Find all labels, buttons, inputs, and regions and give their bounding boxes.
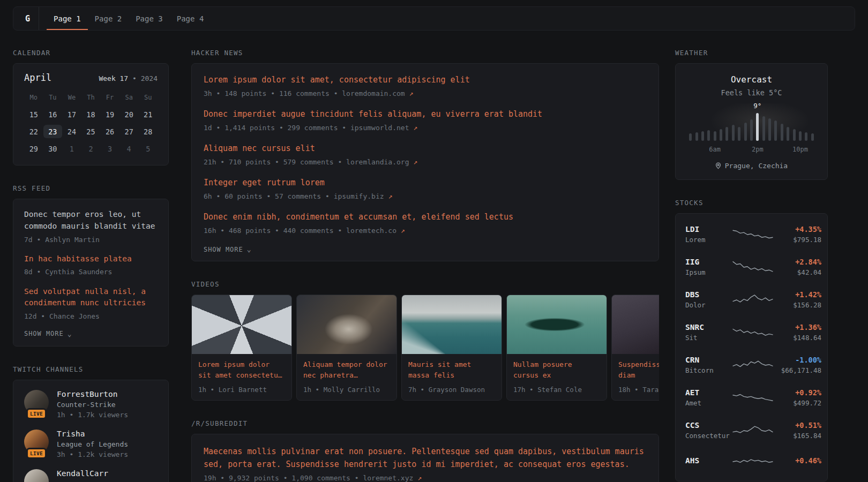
weather-bar: [695, 132, 698, 141]
twitch-section-title: TWITCH CHANNELS: [13, 365, 169, 373]
weather-bar: [714, 131, 716, 141]
video-card-body: Aliquam tempor dolor nec pharetra… 1h • …: [297, 354, 396, 400]
stock-id: IIG Ipsum: [685, 258, 732, 276]
calendar-weekday-header: Sa: [119, 91, 139, 104]
weather-bar: [811, 133, 814, 141]
stock-symbol: LDI: [685, 225, 732, 234]
stock-change: +0.51%: [773, 421, 821, 430]
weather-bar-slot: [773, 112, 779, 141]
stock-change: +2.84%: [773, 258, 821, 266]
reddit-post-link[interactable]: Maecenas mollis pulvinar erat non posuer…: [204, 445, 647, 471]
weather-time-label: 10pm: [792, 146, 808, 153]
calendar-day: 4: [119, 142, 139, 155]
stock-id: CRN Bitcorn: [685, 356, 732, 374]
stock-row: CCS Consectetur +0.51% $165.84: [685, 414, 818, 447]
twitch-channel-name: KendallCarr: [57, 469, 108, 478]
external-link-icon[interactable]: ↗: [388, 192, 392, 200]
weather-bar-slot: [700, 112, 706, 141]
avatar: LIVE: [24, 430, 49, 454]
hn-item-link[interactable]: Aliquam nec cursus elit: [204, 143, 647, 155]
calendar-day: 17: [62, 108, 81, 121]
stock-symbol: SNRC: [685, 323, 732, 332]
video-card[interactable]: Mauris sit amet massa felis 7h • Grayson…: [401, 295, 502, 401]
rss-show-more-button[interactable]: SHOW MORE ⌄: [24, 330, 158, 337]
stock-name: Lorem: [685, 236, 732, 244]
hacker-news-card: Lorem ipsum dolor sit amet, consectetur …: [191, 63, 659, 261]
hn-item-link[interactable]: Integer eget rutrum lorem: [204, 177, 647, 189]
weather-peak-temp-label: 9°: [753, 102, 761, 110]
video-meta: 7h • Grayson Dawson: [408, 386, 495, 394]
hn-item-meta-text: 21h • 710 points • 579 comments • loreml…: [204, 158, 409, 166]
tab-page-1[interactable]: Page 1: [47, 7, 88, 30]
weather-bar: [750, 119, 753, 141]
weather-bar-slot: [803, 112, 809, 141]
video-card[interactable]: Lorem ipsum dolor sit amet consectetu… 1…: [191, 295, 292, 401]
weather-bar: [725, 127, 728, 141]
external-link-icon[interactable]: ↗: [409, 89, 414, 97]
stock-sparkline: [732, 292, 773, 308]
twitch-channel[interactable]: KendallCarr: [24, 469, 158, 482]
weather-bar: [793, 129, 796, 141]
stock-row: LDI Lorem +4.35% $795.18: [685, 218, 818, 251]
hn-item-link[interactable]: Lorem ipsum dolor sit amet, consectetur …: [204, 74, 647, 86]
rss-item-link[interactable]: Sed volutpat nulla nisl, a condimentum n…: [24, 286, 158, 310]
tab-page-3[interactable]: Page 3: [129, 7, 170, 30]
weather-bar-slot: [736, 112, 742, 141]
stock-id: LDI Lorem: [685, 225, 732, 244]
app-logo[interactable]: G: [23, 7, 39, 30]
rss-item-link[interactable]: Donec tempor eros leo, ut commodo mauris…: [24, 209, 158, 232]
stock-values: -1.00% $66,171.48: [773, 356, 821, 374]
avatar: LIVE: [24, 390, 49, 415]
show-more-label: SHOW MORE: [204, 246, 243, 253]
nav-tabs: Page 1 Page 2 Page 3 Page 4: [47, 7, 211, 30]
tab-page-4[interactable]: Page 4: [170, 7, 211, 30]
chevron-down-icon: ⌄: [247, 246, 252, 253]
calendar-card: April Week 17 • 2024 MoTuWeThFrSaSu15161…: [13, 63, 169, 165]
video-meta: 17h • Stefan Cole: [513, 386, 600, 394]
hn-item-link[interactable]: Donec imperdiet augue tincidunt felis al…: [204, 109, 647, 120]
rss-widget: RSS FEED Donec tempor eros leo, ut commo…: [13, 184, 169, 347]
video-card[interactable]: Aliquam tempor dolor nec pharetra… 1h • …: [296, 295, 397, 401]
stock-change: -1.00%: [773, 356, 821, 364]
stock-row: IIG Ipsum +2.84% $42.04: [685, 251, 818, 283]
calendar-day: 5: [138, 142, 158, 155]
stock-sparkline: [732, 423, 773, 439]
weather-widget: WEATHER Overcast Feels like 5°C 9° 6am2p…: [675, 49, 828, 180]
hn-item: Aliquam nec cursus elit 21h • 710 points…: [204, 143, 647, 167]
external-link-icon[interactable]: ↗: [413, 124, 417, 132]
calendar-day: 25: [81, 125, 101, 138]
stock-change: +0.46%: [773, 456, 821, 465]
navbar: G Page 1 Page 2 Page 3 Page 4: [13, 6, 855, 31]
calendar-day: 3: [100, 142, 119, 155]
calendar-day: 23: [43, 125, 63, 138]
weather-bar-slot: [687, 112, 693, 141]
twitch-channel-info: ForrestBurton Counter-Strike 1h • 1.7k v…: [57, 390, 128, 419]
rss-item-link[interactable]: In hac habitasse platea: [24, 253, 158, 265]
twitch-channel-name: Trisha: [57, 430, 128, 438]
stock-price: $795.18: [773, 236, 821, 244]
calendar-widget: CALENDAR April Week 17 • 2024 MoTuWeThFr…: [13, 49, 169, 165]
video-title: Suspendisse tempor diam: [618, 359, 659, 381]
weather-bar-slot: [785, 112, 791, 141]
hn-item-link[interactable]: Donec enim nibh, condimentum et accumsan…: [204, 212, 647, 223]
external-link-icon[interactable]: ↗: [401, 227, 405, 235]
weather-bar-slot: [797, 112, 803, 141]
content-columns: CALENDAR April Week 17 • 2024 MoTuWeThFr…: [13, 49, 855, 482]
hn-item-meta-text: 6h • 60 points • 57 comments • ipsumify.…: [204, 192, 384, 200]
twitch-card: LIVE ForrestBurton Counter-Strike 1h • 1…: [13, 380, 169, 482]
video-card[interactable]: Nullam posuere cursus ex 17h • Stefan Co…: [506, 295, 607, 401]
videos-section-title: VIDEOS: [191, 280, 659, 288]
weather-bar: [799, 131, 802, 141]
twitch-channel[interactable]: LIVE ForrestBurton Counter-Strike 1h • 1…: [24, 390, 158, 419]
weather-bar: [781, 124, 783, 141]
hn-show-more-button[interactable]: SHOW MORE ⌄: [204, 246, 647, 253]
external-link-icon[interactable]: ↗: [417, 474, 422, 482]
twitch-channel[interactable]: LIVE Trisha League of Legends 3h • 1.2k …: [24, 430, 158, 458]
video-title: Mauris sit amet massa felis: [408, 359, 495, 381]
video-card[interactable]: Suspendisse tempor diam 18h • Tara: [611, 295, 659, 401]
stock-symbol: IIG: [685, 258, 732, 266]
calendar-weekday-header: Tu: [43, 91, 63, 104]
tab-page-2[interactable]: Page 2: [88, 7, 129, 30]
external-link-icon[interactable]: ↗: [413, 158, 417, 166]
stock-change: +0.92%: [773, 388, 821, 397]
